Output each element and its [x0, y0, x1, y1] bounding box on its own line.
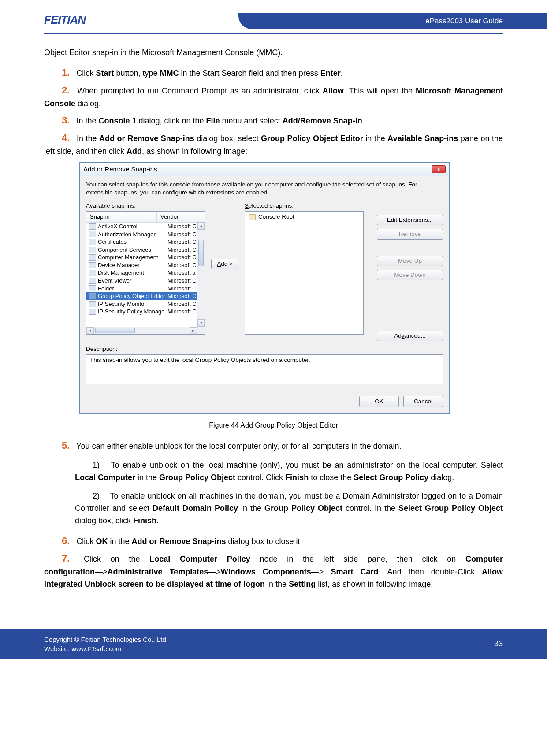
snapin-name: ActiveX Control — [98, 223, 167, 230]
scroll-thumb[interactable] — [198, 240, 204, 266]
list-item[interactable]: CertificatesMicrosoft C — [86, 238, 205, 246]
dialog-title: Add or Remove Snap-ins — [83, 165, 157, 173]
bold: Allow — [323, 86, 344, 95]
add-column: Add > — [209, 202, 240, 326]
folder-icon — [249, 214, 256, 220]
step-4: 4. In the Add or Remove Snap-ins dialog … — [44, 130, 503, 158]
intro-text: Object Editor snap-in in the Microsoft M… — [44, 47, 503, 59]
snapin-name: Disk Management — [98, 269, 167, 276]
step-6: 6. Click OK in the Add or Remove Snap-in… — [44, 533, 503, 548]
col-vendor[interactable]: Vendor — [157, 212, 205, 222]
text: control. In the — [342, 504, 398, 513]
scroll-down-icon[interactable]: ▾ — [197, 319, 205, 327]
website-label: Website: — [44, 645, 71, 652]
snapin-name: Device Manager — [98, 262, 167, 269]
figure-44: Add or Remove Snap-ins x You can select … — [79, 162, 503, 414]
dialog-body: You can select snap-ins for this console… — [80, 176, 449, 391]
list-item[interactable]: Authorization ManagerMicrosoft C — [86, 231, 205, 238]
page-header: FEITIAN ePass2003 User Guide — [0, 0, 547, 29]
text: control. Click — [235, 473, 285, 482]
snapin-name: Group Policy Object Editor — [98, 293, 167, 300]
close-icon[interactable]: x — [432, 165, 446, 173]
brand-logo: FEITIAN — [44, 13, 86, 27]
snapin-icon — [89, 293, 96, 299]
cancel-button[interactable]: Cancel — [403, 396, 443, 407]
bold: Group Policy Object — [264, 504, 342, 513]
list-item[interactable]: Computer ManagementMicrosoft C — [86, 253, 205, 261]
page-content: Object Editor snap-in in the Microsoft M… — [0, 34, 547, 607]
list-item[interactable]: ActiveX ControlMicrosoft C — [86, 223, 205, 231]
step-3: 3. In the Console 1 dialog, click on the… — [44, 113, 503, 128]
text: . — [362, 116, 365, 125]
step-1: 1. Click Start button, type MMC in the S… — [44, 65, 503, 80]
scroll-right-icon[interactable]: ▸ — [190, 327, 197, 334]
bold: Default Domain Policy — [153, 504, 238, 513]
bold: Administrative Templates — [108, 567, 208, 576]
header-banner: ePass2003 User Guide — [238, 13, 547, 29]
scroll-thumb-h[interactable] — [95, 328, 135, 333]
text: You can either enable unblock for the lo… — [76, 442, 401, 451]
text: ―> — [311, 567, 331, 576]
dialog-titlebar: Add or Remove Snap-ins x — [80, 163, 449, 176]
list-item[interactable]: FolderMicrosoft C — [86, 285, 205, 293]
list-item[interactable]: Disk ManagementMicrosoft a — [86, 269, 205, 277]
bold: Start — [96, 69, 114, 78]
snapin-icon — [89, 223, 96, 230]
snapin-icon — [89, 309, 96, 315]
available-label: Available snap-ins: — [86, 202, 205, 209]
add-button[interactable]: Add > — [211, 259, 238, 269]
text: Click on the — [84, 555, 149, 563]
advanced-button[interactable]: Advanced... — [377, 331, 443, 341]
text: dialog box to close it. — [226, 537, 302, 546]
available-column: Available snap-ins: Snap-in Vendor Activ… — [86, 202, 205, 335]
snapin-name: Folder — [98, 285, 167, 292]
edit-extensions-button[interactable]: Edit Extensions... — [377, 215, 443, 225]
snapin-name: Authorization Manager — [98, 231, 167, 238]
website-line: Website: www.FTsafe.com — [44, 644, 168, 653]
ok-button[interactable]: OK — [359, 396, 399, 407]
list-item[interactable]: Component ServicesMicrosoft C — [86, 246, 205, 254]
right-buttons: Edit Extensions... Remove Move Up Move D… — [377, 202, 443, 341]
step-number: 5. — [62, 438, 70, 453]
text: list, as shown in following image: — [316, 580, 433, 588]
description-box: This snap-in allows you to edit the loca… — [86, 354, 443, 384]
col-snapin[interactable]: Snap-in — [86, 212, 157, 222]
list-item[interactable]: Group Policy Object EditorMicrosoft C — [86, 292, 205, 300]
selected-item-label: Console Root — [258, 213, 294, 220]
list-item[interactable]: Console Root — [249, 213, 360, 220]
available-listbox[interactable]: Snap-in Vendor ActiveX ControlMicrosoft … — [86, 211, 205, 335]
vertical-scrollbar[interactable]: ▴ ▾ — [197, 222, 205, 327]
text: menu and select — [220, 116, 283, 125]
move-down-button[interactable]: Move Down — [377, 270, 443, 280]
list-item[interactable]: Event ViewerMicrosoft C — [86, 277, 205, 285]
bold: Console 1 — [98, 116, 136, 125]
listbox-header: Snap-in Vendor — [86, 212, 205, 223]
text: to close the — [309, 473, 354, 482]
text: When prompted to run Command Prompt as a… — [77, 86, 322, 95]
text: Click — [76, 69, 96, 78]
text: dialog box, select — [194, 134, 261, 143]
bold: Group Policy Object Editor — [261, 134, 363, 143]
snapin-icon — [89, 262, 96, 268]
scroll-up-icon[interactable]: ▴ — [197, 222, 205, 230]
snapin-icon — [89, 239, 96, 245]
text: button, type — [114, 69, 160, 78]
text: in the — [108, 537, 131, 546]
list-item[interactable]: Device ManagerMicrosoft C — [86, 261, 205, 269]
horizontal-scrollbar[interactable]: ◂ ▸ — [86, 327, 197, 334]
bold: Add or Remove Snap-ins — [131, 537, 226, 546]
selected-listbox[interactable]: Console Root — [245, 211, 364, 335]
step-7: 7. Click on the Local Computer Policy no… — [44, 551, 503, 591]
website-link[interactable]: www.FTsafe.com — [71, 645, 121, 652]
text: in the — [363, 134, 388, 143]
text: To enable unblock on the local machine (… — [111, 461, 503, 469]
snapin-icon — [89, 247, 96, 253]
move-up-button[interactable]: Move Up — [377, 256, 443, 266]
remove-button[interactable]: Remove — [377, 229, 443, 239]
step-number: 3. — [62, 113, 70, 128]
text: . — [341, 69, 343, 78]
list-item[interactable]: IP Security Policy Manage...Microsoft C — [86, 308, 205, 316]
scroll-left-icon[interactable]: ◂ — [86, 327, 94, 334]
snapin-name: IP Security Policy Manage... — [98, 308, 167, 315]
list-item[interactable]: IP Security MonitorMicrosoft C — [86, 300, 205, 308]
